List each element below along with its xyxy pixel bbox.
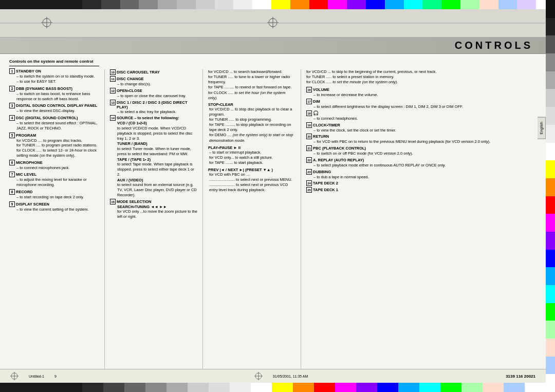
- item-23-subs: – to dub a tape in normal speed.: [306, 175, 536, 180]
- pp1: – to start or interrupt playback.: [209, 150, 295, 155]
- bottom-bar-colors: [82, 383, 546, 392]
- b7: [209, 383, 230, 392]
- b-yellow: [272, 383, 293, 392]
- item-9-subs: – to view the current setting of the sys…: [9, 207, 99, 212]
- footer-page-num: 9: [54, 375, 57, 378]
- item-4: 4 DSC (DIGITAL SOUND CONTROL) – to selec…: [9, 115, 99, 131]
- bottom-bar-black: [0, 383, 82, 392]
- color-stripe-lavender: [517, 0, 536, 9]
- main-content: CONTROLS English Controls on the system …: [0, 9, 546, 383]
- color-stripe-magenta: [328, 0, 347, 9]
- content-grid: Controls on the system and remote contro…: [0, 54, 546, 369]
- item-11-title-row: 11 DISC CHANGE: [110, 76, 197, 82]
- right-bar-8: [546, 125, 555, 143]
- item-3-title-row: 3 DIGITAL SOUND CONTROL DISPLAY PANEL: [9, 103, 99, 108]
- item-1-sub2-text: – to use for EASY SET.: [16, 79, 99, 84]
- item-2-sub1: – to switch on bass boost, to enhance ba…: [16, 91, 99, 102]
- b-white: [525, 383, 546, 392]
- c3-item3: for TAPE ......... to rewind or fast for…: [208, 85, 295, 90]
- right-bar-cyan: [546, 285, 555, 303]
- item-14-subtitle5: AUX / (VIDEO): [117, 178, 197, 183]
- item-16: 16 VOLUME – to increase or decrease the …: [306, 87, 536, 98]
- b-blue: [377, 383, 398, 392]
- item-17-subs: – to select different brightness for the…: [306, 104, 536, 109]
- bottom-color-bar: [0, 383, 546, 392]
- prev-next-title: PREV |◄ / NEXT ►| (PRESET ▼▲ ): [208, 167, 295, 172]
- right-bar-orange: [546, 178, 555, 196]
- item-8-subs: – to start recording on tape deck 2 only…: [9, 195, 99, 200]
- item-18-num: 18: [306, 110, 312, 116]
- item-15-sub1: for VCD only ...to move the zoom picture…: [117, 209, 197, 219]
- item-6-subs: – to connect microphones jack.: [9, 165, 99, 171]
- item-20: 20 RETURN – for VCD with PBC on to retur…: [306, 134, 536, 144]
- item-22-num: 22: [306, 157, 312, 163]
- footer-center: 31/05/2001, 11:35 AM: [254, 372, 308, 380]
- footer-left-crosshair: [10, 372, 18, 380]
- item-16-sub1: – to increase or decrease the volume.: [313, 92, 536, 98]
- stop-clear-items: for VCD/CD ... to stop disc playback or …: [208, 107, 295, 143]
- item-2-num: 2: [9, 86, 15, 91]
- right-bar-blue: [546, 250, 555, 268]
- item-12-sub1: – to open or close the disc carousel tra…: [117, 94, 197, 99]
- item-13-sub1: – to select a disc tray for playback.: [117, 109, 197, 115]
- item-18-sub1: – to connect headphones.: [313, 116, 536, 121]
- col4-continuation: for VCD/CD ... to skip to the beginning …: [306, 69, 536, 85]
- item-9-title-row: 9 DISPLAY SCREEN: [9, 201, 99, 207]
- b-cyan: [419, 383, 440, 392]
- top-decorative-band: [0, 9, 546, 38]
- item-22-subs: – to select playback mode either in cont…: [306, 163, 536, 168]
- item-14-subtitle4: TAPE / (TAPE 1• 2): [117, 157, 197, 162]
- column-4: for VCD/CD ... to skip to the beginning …: [306, 59, 536, 369]
- footer-doc-ref-text: 3139 116 20021: [506, 374, 535, 379]
- item-16-subs: – to increase or decrease the volume.: [306, 92, 536, 98]
- item-25-title: TAPE DECK 1: [313, 188, 338, 192]
- item-22-sub1: – to select playback mode either in cont…: [313, 163, 536, 168]
- page-title: CONTROLS: [455, 40, 533, 51]
- item-3-sub1: – to view the desired DSC-display.: [16, 108, 99, 114]
- item-7-sub1: – to adjust the mixing level for karaoke…: [16, 177, 99, 188]
- item-19-title: CLOCK•TIMER: [313, 123, 340, 127]
- item-23-sub1: – to dub a tape in normal speed.: [313, 175, 536, 180]
- top-bar-colors: [82, 0, 555, 9]
- b6: [188, 383, 209, 392]
- item-20-title: RETURN: [313, 134, 329, 139]
- item-12-title-row: 12 OPEN•CLOSE: [110, 88, 197, 94]
- b-red: [314, 383, 335, 392]
- item-13: 13 DISC 1 / DISC 2 / DISC 3 (DISC DIRECT…: [110, 100, 197, 115]
- item-4-num: 4: [9, 115, 15, 121]
- item-24: 24 TAPE DECK 2: [306, 180, 536, 186]
- color-stripe-5: [158, 0, 177, 9]
- item-8-sub1: – to start recording on tape deck 2 only…: [16, 195, 99, 200]
- color-stripe-purple: [347, 0, 366, 9]
- play-pause-title: PLAY•PAUSE ► II: [208, 145, 295, 150]
- item-1-sub1-text: – to switch the system on or to standby …: [16, 74, 99, 79]
- item-4-title: DSC (DIGITAL SOUND CONTROL): [16, 116, 78, 120]
- item-12-num: 12: [110, 88, 116, 94]
- color-stripe-lt-green: [460, 0, 479, 9]
- item-20-subs: – for VCD with PBC on to return to the p…: [306, 139, 536, 144]
- footer-left: Untitled-1 9: [10, 372, 57, 380]
- item-15-title: MODE SELECTION: [117, 199, 152, 204]
- right-bar-6: [546, 89, 555, 107]
- right-bar-white: [546, 374, 555, 392]
- item-3-num: 3: [9, 103, 15, 108]
- item-16-title-row: 16 VOLUME: [306, 87, 536, 92]
- item-20-sub1: – for VCD with PBC on to return to the p…: [313, 139, 536, 144]
- item-3: 3 DIGITAL SOUND CONTROL DISPLAY PANEL – …: [9, 103, 99, 114]
- right-bar-1: [546, 0, 555, 18]
- item-21: 21 PBC (PLAYBACK CONTROL) – to switch on…: [306, 145, 536, 156]
- item-25-title-row: 25 TAPE DECK 1: [306, 187, 536, 193]
- sc3: for TAPE ......... to stop playback or r…: [209, 122, 295, 133]
- item-23-num: 23: [306, 169, 312, 175]
- item-20-num: 20: [306, 134, 312, 139]
- right-bar-red: [546, 196, 555, 214]
- item-13-title: DISC 1 / DISC 2 / DISC 3 (DISC DIRECT PL…: [117, 100, 197, 109]
- item-8: 8 RECORD – to start recording on tape de…: [9, 189, 99, 200]
- item-11-subs: – to change disc(s).: [110, 82, 197, 87]
- prev-next-items: for VCD with PBC on ... ................…: [208, 172, 295, 193]
- pn3: ........................ to select next …: [209, 182, 295, 193]
- item-7-title: MIC LEVEL: [16, 172, 36, 177]
- item-17-num: 17: [306, 99, 312, 104]
- b4: [145, 383, 166, 392]
- b3: [124, 383, 145, 392]
